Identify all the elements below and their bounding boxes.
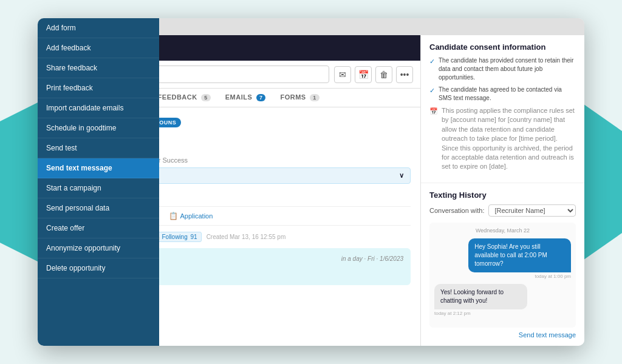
menu-send-test[interactable]: Send test [38, 138, 159, 158]
menu-start-campaign[interactable]: Start a campaign [38, 178, 159, 198]
menu-delete[interactable]: Delete opportunity [38, 258, 159, 278]
consent-item-1: ✓ The candidate has provided consent to … [429, 56, 576, 82]
stage-chevron: ∨ [399, 172, 404, 180]
outgoing-bubble: Hey Sophia! Are you still available to c… [468, 238, 571, 272]
menu-send-personal[interactable]: Send personal data [38, 198, 159, 218]
app-window: ✏️ Candidates ✏️ Add note... ✉ 📅 🗑 ••• [38, 18, 584, 346]
forms-badge: 1 [310, 94, 320, 101]
consent-title: Candidate consent information [429, 42, 576, 52]
main-panel: ✏️ Candidates ✏️ Add note... ✉ 📅 🗑 ••• [38, 35, 420, 346]
dropdown-menu: Add form Add feedback Share feedback Pri… [38, 107, 159, 346]
window-body: ✏️ Candidates ✏️ Add note... ✉ 📅 🗑 ••• [38, 35, 584, 346]
conversation-with-row: Conversation with: [Recruiter Name] [429, 204, 576, 217]
more-icon-btn[interactable]: ••• [396, 66, 413, 83]
menu-import-emails[interactable]: Import candidate emails [38, 107, 159, 118]
interview-date: in a day · Fri · 1/6/2023 [341, 255, 403, 262]
chat-message-1: Hey Sophia! Are you still available to c… [434, 238, 571, 279]
tab-forms[interactable]: FORMS 1 [273, 89, 326, 107]
consent-text-1: The candidate has provided consent to re… [439, 56, 576, 82]
menu-anonymize[interactable]: Anonymize opportunity [38, 238, 159, 258]
check-icon-2: ✓ [429, 86, 435, 103]
consent-text-3: This posting applies the compliance rule… [442, 106, 576, 172]
chat-area: Wednesday, March 22 Hey Sophia! Are you … [429, 223, 576, 328]
application-link[interactable]: 📋 Application [169, 212, 213, 220]
tab-emails[interactable]: EMAILS 7 [218, 89, 273, 107]
menu-create-offer[interactable]: Create offer [38, 218, 159, 238]
texting-title: Texting History [429, 190, 576, 200]
right-panel: Candidate consent information ✓ The cand… [420, 35, 584, 346]
feedback-badge: 5 [201, 94, 211, 101]
toolbar-icons: ✉ 📅 🗑 ••• [334, 66, 413, 83]
calendar-icon: 📅 [429, 107, 438, 172]
consent-section: Candidate consent information ✓ The cand… [421, 35, 584, 183]
content-area: Sonia Lopez + PRONOUNS Pannerstill and S… [38, 107, 420, 346]
calendar-icon-btn[interactable]: 📅 [355, 66, 372, 83]
menu-schedule-goodtime[interactable]: Schedule in goodtime [38, 118, 159, 138]
chat-date: Wednesday, March 22 [434, 228, 571, 234]
delete-icon-btn[interactable]: 🗑 [375, 66, 392, 83]
application-icon: 📋 [169, 212, 178, 220]
application-label: Application [180, 212, 213, 220]
tab-feedback[interactable]: FEEDBACK 5 [151, 89, 218, 107]
created-text: Created Mar 13, 16 12:55 pm [207, 234, 286, 240]
consent-item-3: 📅 This posting applies the compliance ru… [429, 106, 576, 172]
emails-badge: 7 [256, 94, 266, 101]
incoming-bubble: Yes! Looking forward to chatting with yo… [434, 284, 527, 309]
outgoing-msg-wrapper: Hey Sophia! Are you still available to c… [434, 238, 571, 279]
recruiter-select[interactable]: [Recruiter Name] [488, 204, 576, 217]
chat-message-2: Yes! Looking forward to chatting with yo… [434, 284, 571, 316]
consent-text-2: The candidate has agreed to be contacted… [439, 86, 576, 103]
outgoing-time: today at 1:00 pm [535, 274, 571, 279]
menu-send-text[interactable]: Send text message [38, 158, 159, 178]
email-icon-btn[interactable]: ✉ [334, 66, 351, 83]
send-text-link[interactable]: Send text message [429, 331, 576, 339]
incoming-msg-wrapper: Yes! Looking forward to chatting with yo… [434, 284, 558, 316]
consent-item-2: ✓ The candidate has agreed to be contact… [429, 86, 576, 103]
conversation-label: Conversation with: [429, 207, 485, 214]
incoming-time: today at 2:12 pm [434, 311, 558, 316]
texting-section: Texting History Conversation with: [Recr… [421, 183, 584, 346]
check-icon-1: ✓ [429, 57, 435, 82]
